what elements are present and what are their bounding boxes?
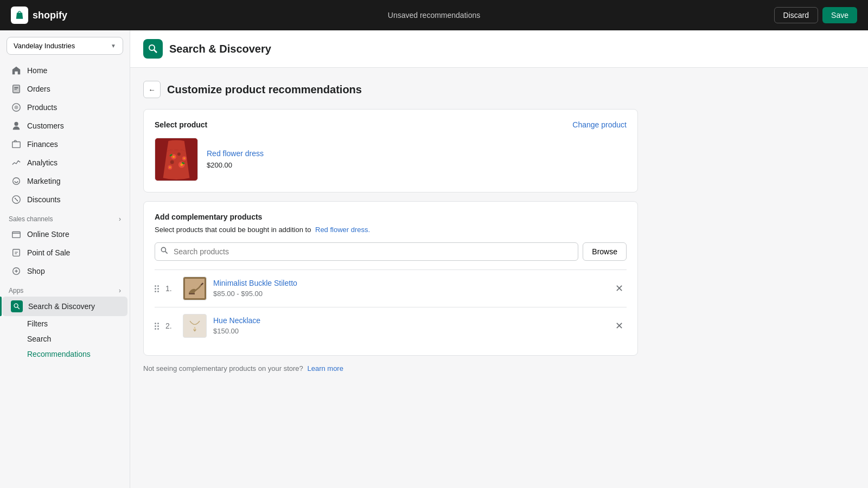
item-thumb-1: [183, 277, 207, 300]
store-name: Vandelay Industries: [14, 42, 75, 50]
list-item: 1. Minimalist Buckle Stiletto $85.00 - $…: [155, 269, 627, 307]
svg-point-8: [17, 200, 18, 201]
close-icon-1: ✕: [615, 282, 623, 294]
svg-rect-10: [13, 249, 20, 256]
change-product-button[interactable]: Change product: [572, 120, 627, 129]
sidebar-item-analytics[interactable]: Analytics: [2, 153, 127, 172]
comp-product-link[interactable]: Red flower dress.: [315, 226, 370, 234]
remove-button-2[interactable]: ✕: [611, 318, 627, 333]
sidebar-item-discounts[interactable]: Discounts: [2, 190, 127, 209]
pos-icon: [11, 247, 22, 258]
sidebar-item-finances[interactable]: Finances: [2, 135, 127, 153]
sidebar-label-customers: Customers: [27, 121, 64, 130]
search-products-input[interactable]: [155, 242, 578, 261]
apps-expand-icon[interactable]: ›: [119, 287, 121, 294]
topbar: shopify Unsaved recommendations Discard …: [0, 0, 868, 30]
discounts-icon: [11, 194, 22, 205]
complementary-products-card: Add complementary products Select produc…: [143, 201, 638, 356]
sidebar-item-home[interactable]: Home: [2, 61, 127, 80]
sidebar-item-online-store[interactable]: Online Store: [2, 225, 127, 243]
sidebar-label-search-discovery: Search & Discovery: [28, 302, 95, 311]
sidebar-item-point-of-sale[interactable]: Point of Sale: [2, 243, 127, 262]
section-header: ← Customize product recommendations: [143, 81, 638, 98]
active-indicator: [0, 297, 2, 316]
item-name-link-1[interactable]: Minimalist Buckle Stiletto: [213, 279, 605, 287]
svg-rect-31: [185, 279, 205, 298]
page-title: Search & Discovery: [169, 43, 271, 55]
drag-handle-1[interactable]: [155, 285, 159, 292]
analytics-icon: [11, 157, 22, 168]
browse-button[interactable]: Browse: [583, 242, 627, 261]
main-layout: Vandelay Industries ▼ Home Orders Prod: [0, 30, 868, 488]
store-selector[interactable]: Vandelay Industries ▼: [7, 37, 123, 55]
svg-rect-32: [185, 316, 205, 336]
item-price-1: $85.00 - $95.00: [213, 290, 263, 298]
inner-content: ← Customize product recommendations Sele…: [130, 68, 651, 386]
sidebar-sub-recommendations[interactable]: Recommendations: [2, 346, 127, 362]
sidebar-item-orders[interactable]: Orders: [2, 80, 127, 98]
sidebar-sub-label-recommendations: Recommendations: [27, 350, 91, 358]
svg-point-34: [194, 328, 196, 330]
sidebar-item-products[interactable]: Products: [2, 98, 127, 117]
remove-button-1[interactable]: ✕: [611, 281, 627, 296]
product-price: $200.00: [207, 161, 232, 169]
drag-handle-2[interactable]: [155, 323, 159, 330]
online-store-icon: [11, 229, 22, 240]
sidebar-sub-filters[interactable]: Filters: [2, 316, 127, 331]
svg-point-7: [15, 198, 16, 199]
search-discovery-icon: [11, 300, 23, 312]
svg-point-26: [183, 158, 185, 159]
svg-rect-0: [13, 85, 20, 93]
sidebar-item-customers[interactable]: Customers: [2, 117, 127, 135]
sidebar-item-search-discovery[interactable]: Search & Discovery: [2, 297, 127, 316]
home-icon: [11, 65, 22, 76]
sidebar-label-products: Products: [27, 103, 57, 112]
svg-point-2: [14, 105, 18, 109]
sidebar-label-analytics: Analytics: [27, 158, 58, 167]
logo-text: shopify: [33, 10, 67, 21]
product-display: Red flower dress $200.00: [155, 138, 627, 181]
card-header-row: Select product Change product: [155, 120, 627, 129]
sidebar-item-marketing[interactable]: Marketing: [2, 172, 127, 190]
section-title: Customize product recommendations: [167, 84, 362, 96]
svg-line-13: [17, 307, 20, 309]
sidebar-item-shop[interactable]: Shop: [2, 262, 127, 280]
comp-products-desc: Select products that could be bought in …: [155, 226, 627, 234]
page-header-icon: [143, 39, 163, 59]
discard-button[interactable]: Discard: [774, 7, 818, 23]
back-button[interactable]: ←: [143, 81, 161, 98]
sidebar-label-pos: Point of Sale: [27, 248, 70, 257]
shopify-bag-icon: [11, 7, 28, 24]
topbar-actions: Discard Save: [774, 7, 857, 23]
sidebar-sub-label-filters: Filters: [27, 319, 48, 328]
product-name-link[interactable]: Red flower dress: [207, 149, 264, 158]
marketing-icon: [11, 176, 22, 187]
item-number-2: 2.: [165, 322, 176, 330]
content-area: Search & Discovery ← Customize product r…: [130, 30, 868, 488]
chevron-down-icon: ▼: [111, 43, 116, 49]
bottom-notice-text: Not seeing complementary products on you…: [143, 364, 303, 373]
sidebar-label-marketing: Marketing: [27, 177, 60, 185]
item-name-link-2[interactable]: Hue Necklace: [213, 316, 605, 325]
finances-icon: [11, 139, 22, 150]
sales-channels-expand-icon[interactable]: ›: [119, 215, 121, 223]
product-info: Red flower dress $200.00: [207, 149, 264, 170]
products-icon: [11, 102, 22, 113]
svg-point-24: [170, 160, 174, 164]
svg-point-22: [169, 166, 171, 168]
select-product-title: Select product: [155, 120, 207, 129]
product-image: [155, 138, 198, 181]
shop-icon: [11, 266, 22, 277]
svg-point-20: [180, 163, 183, 166]
save-button[interactable]: Save: [822, 7, 857, 23]
svg-line-15: [154, 50, 157, 53]
svg-line-30: [165, 252, 168, 254]
sidebar-sub-search[interactable]: Search: [2, 331, 127, 346]
learn-more-link[interactable]: Learn more: [307, 364, 343, 373]
sidebar: Vandelay Industries ▼ Home Orders Prod: [0, 30, 130, 488]
search-icon: [160, 246, 169, 257]
sidebar-label-finances: Finances: [27, 140, 58, 149]
customers-icon: [11, 120, 22, 131]
page-header: Search & Discovery: [130, 30, 868, 68]
orders-icon: [11, 84, 22, 94]
